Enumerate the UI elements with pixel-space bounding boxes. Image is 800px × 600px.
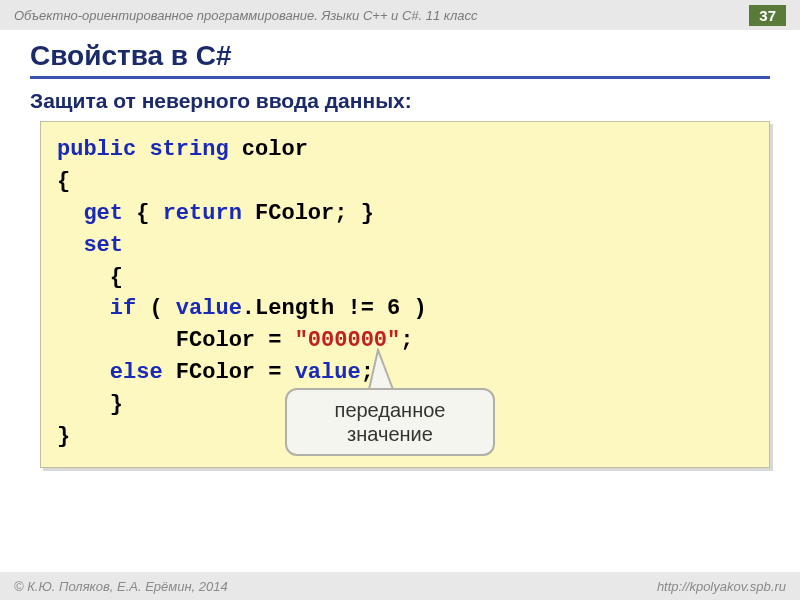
slide-subtitle: Защита от неверного ввода данных: xyxy=(30,89,770,113)
kw-else: else xyxy=(110,360,163,385)
kw-string: string xyxy=(149,137,228,162)
page-number: 37 xyxy=(749,5,786,26)
slide-title: Свойства в C# xyxy=(30,40,770,79)
kw-get: get xyxy=(83,201,123,226)
footer-url: http://kpolyakov.spb.ru xyxy=(657,579,786,594)
kw-value-2: value xyxy=(295,360,361,385)
slide-header: Объектно-ориентированное программировани… xyxy=(0,0,800,30)
brace-close-2: } xyxy=(110,392,123,417)
callout-line-2: значение xyxy=(299,422,481,446)
brace-open-2: { xyxy=(110,265,123,290)
ident-color: color xyxy=(229,137,308,162)
course-title: Объектно-ориентированное программировани… xyxy=(14,8,478,23)
slide-footer: © К.Ю. Поляков, Е.А. Ерёмин, 2014 http:/… xyxy=(0,572,800,600)
callout-box: переданное значение xyxy=(285,388,495,456)
kw-value-1: value xyxy=(176,296,242,321)
callout-line-1: переданное xyxy=(299,398,481,422)
brace-close-1: } xyxy=(57,424,70,449)
kw-if: if xyxy=(110,296,136,321)
kw-return: return xyxy=(163,201,242,226)
kw-public: public xyxy=(57,137,136,162)
brace-open-1: { xyxy=(57,169,70,194)
subtitle-colon: : xyxy=(405,89,412,112)
kw-set: set xyxy=(83,233,123,258)
subtitle-text: Защита от неверного ввода данных xyxy=(30,89,405,112)
footer-copyright: © К.Ю. Поляков, Е.А. Ерёмин, 2014 xyxy=(14,579,228,594)
